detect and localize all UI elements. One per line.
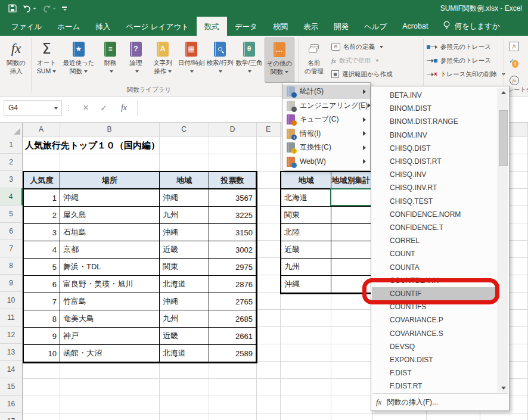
cell[interactable]: 北海道 — [281, 189, 331, 207]
cell[interactable] — [331, 259, 371, 276]
function-item-counta[interactable]: COUNTA — [372, 261, 498, 274]
row-header-9[interactable]: 9 — [0, 275, 23, 292]
evaluate-formula-button[interactable]: fx — [510, 74, 519, 86]
menu-item-compatibility[interactable]: ! 互換性(C) — [282, 141, 370, 155]
redo-icon[interactable] — [42, 5, 56, 13]
function-item-covariance-p[interactable]: COVARIANCE.P — [372, 313, 498, 326]
row-header-6[interactable]: 6 — [0, 223, 23, 240]
function-item-chisq-dist-rt[interactable]: CHISQ.DIST.RT — [372, 155, 498, 168]
function-item-binom-dist[interactable]: BINOM.DIST — [372, 102, 498, 115]
cell[interactable]: 2661 — [209, 328, 256, 345]
row-header-10[interactable]: 10 — [0, 292, 23, 309]
cell[interactable]: 3150 — [209, 224, 256, 241]
tab-data[interactable]: データ — [227, 17, 265, 36]
save-icon[interactable] — [8, 4, 17, 13]
row-header-11[interactable]: 11 — [0, 309, 23, 326]
tab-file[interactable]: ファイル — [4, 17, 49, 36]
cell[interactable]: 10 — [24, 345, 60, 362]
column-header-a[interactable]: A — [23, 123, 60, 136]
tell-me-box[interactable]: 何をしますか — [436, 17, 507, 36]
cell[interactable]: 沖縄 — [160, 189, 209, 207]
cell[interactable]: 北海道 — [160, 276, 209, 293]
cell[interactable]: 1 — [24, 189, 60, 207]
cell[interactable]: 函館・大沼 — [60, 345, 160, 362]
function-item-beta-inv[interactable]: BETA.INV — [372, 89, 498, 102]
cell[interactable]: 近畿 — [160, 241, 209, 259]
tab-developer[interactable]: 開発 — [326, 17, 356, 36]
cell[interactable]: 九州 — [160, 207, 209, 224]
function-item-chisq-inv[interactable]: CHISQ.INV — [372, 168, 498, 181]
function-item-chisq-inv-rt[interactable]: CHISQ.INV.RT — [372, 181, 498, 194]
cell[interactable]: 8 — [24, 310, 60, 328]
function-item-devsq[interactable]: DEVSQ — [372, 340, 498, 353]
function-item-correl[interactable]: CORREL — [372, 234, 498, 247]
table1-header-votes[interactable]: 投票数 — [209, 172, 256, 189]
cell[interactable]: 富良野・美瑛・旭川 — [60, 276, 160, 293]
function-item-count[interactable]: COUNT — [372, 247, 498, 260]
active-cell-g4[interactable] — [330, 188, 373, 206]
create-from-selection-button[interactable]: ▦ 選択範囲から作成 — [331, 68, 393, 80]
cell[interactable]: 6 — [24, 276, 60, 293]
cell[interactable]: 九州 — [160, 310, 209, 328]
select-all-corner[interactable] — [0, 123, 23, 136]
function-item-f-dist-rt[interactable]: F.DIST.RT — [372, 379, 498, 393]
cell[interactable]: 関東 — [160, 259, 209, 276]
cell[interactable]: 舞浜・TDL — [60, 259, 160, 276]
column-header-e[interactable]: E — [256, 123, 280, 136]
use-in-formula-button[interactable]: fx 数式で使用 — [331, 54, 379, 67]
tab-acrobat[interactable]: Acrobat — [395, 17, 436, 36]
insert-function-fx-icon[interactable]: fx — [117, 100, 131, 116]
confirm-entry-icon[interactable]: ✓ — [98, 100, 110, 116]
function-item-countif[interactable]: COUNTIF — [372, 287, 498, 300]
error-checking-button[interactable]: ! ✓ — [510, 57, 519, 70]
table1-header-region[interactable]: 地域 — [160, 172, 209, 189]
tab-help[interactable]: ヘルプ — [356, 17, 395, 36]
cell[interactable]: 3567 — [209, 189, 256, 207]
row-header-16[interactable]: 16 — [0, 396, 23, 413]
column-header-d[interactable]: D — [209, 123, 256, 136]
row-header-17[interactable]: 17 — [0, 413, 23, 420]
function-item-confidence-t[interactable]: CONFIDENCE.T — [372, 221, 498, 234]
function-item-expon-dist[interactable]: EXPON.DIST — [372, 353, 498, 366]
cell[interactable]: 2765 — [209, 293, 256, 310]
menu-item-web[interactable]: Web(W) — [282, 155, 370, 169]
cell[interactable] — [331, 224, 371, 241]
cell[interactable]: 沖縄 — [60, 189, 160, 207]
name-manager-button[interactable]: 名前の管理 — [300, 38, 328, 83]
cell[interactable] — [331, 276, 371, 293]
trace-dependents-button[interactable]: 参照先のトレース — [427, 54, 491, 67]
column-header-b[interactable]: B — [60, 123, 159, 136]
math-trig-button[interactable]: θ 数学/三角 — [235, 38, 263, 83]
insert-function-button[interactable]: fx 関数の挿入 — [2, 38, 30, 83]
more-functions-button[interactable]: ... その他の関数 — [265, 38, 294, 83]
table1-header-popularity[interactable]: 人気度 — [24, 172, 60, 189]
menu-item-information[interactable]: i 情報(I) — [282, 127, 370, 141]
function-item-chisq-test[interactable]: CHISQ.TEST — [372, 195, 498, 208]
cell[interactable]: 屋久島 — [60, 207, 160, 224]
row-header-5[interactable]: 5 — [0, 206, 23, 223]
cell[interactable] — [331, 241, 371, 259]
financial-button[interactable]: ≡ 財務 — [98, 38, 123, 83]
function-item-binom-inv[interactable]: BINOM.INV — [372, 129, 498, 142]
datetime-button[interactable]: ▦ 日付/時刻 — [178, 38, 205, 83]
customize-qat-icon[interactable] — [62, 7, 67, 11]
show-formulas-button[interactable]: fx — [510, 40, 519, 52]
cell[interactable] — [331, 207, 371, 224]
submenu-scrollbar[interactable] — [498, 88, 508, 393]
menu-item-engineering[interactable]: エンジニアリング(E) — [282, 99, 370, 113]
function-item-chisq-dist[interactable]: CHISQ.DIST — [372, 142, 498, 155]
insert-function-menu-item[interactable]: fx 関数の挿入(F)... — [371, 394, 509, 410]
function-item-covariance-s[interactable]: COVARIANCE.S — [372, 327, 498, 340]
cell[interactable]: 九州 — [281, 259, 331, 276]
cell[interactable]: 7 — [24, 293, 60, 310]
scroll-up-icon[interactable] — [498, 88, 508, 97]
tab-home[interactable]: ホーム — [49, 17, 88, 36]
row-header-1[interactable]: 1 — [0, 136, 23, 154]
row-header-13[interactable]: 13 — [0, 344, 23, 361]
tab-review[interactable]: 校閲 — [265, 17, 296, 36]
table2-header-region[interactable]: 地域 — [281, 172, 331, 189]
row-header-3[interactable]: 3 — [0, 171, 23, 188]
cell[interactable]: 近畿 — [281, 241, 331, 259]
cell[interactable]: 竹富島 — [60, 293, 160, 310]
cell[interactable]: 4 — [24, 241, 60, 259]
